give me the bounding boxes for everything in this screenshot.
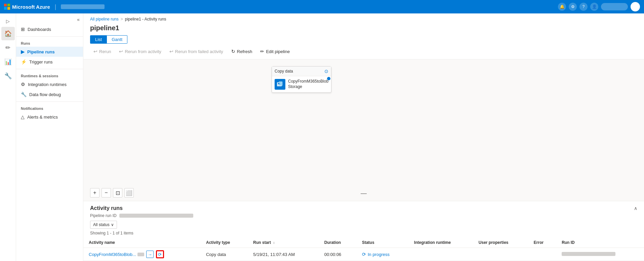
nav-section-runtimes: Runtimes & sessions	[16, 71, 83, 79]
page-title: pipeline1	[83, 23, 644, 35]
avatar[interactable]	[631, 2, 640, 11]
topbar-right: 🔔 ⚙ ? 👤	[558, 2, 640, 11]
integration-runtimes-icon: ⚙	[21, 82, 25, 87]
cell-user-properties	[473, 248, 528, 261]
col-duration: Duration	[319, 237, 357, 248]
zoom-out-icon: −	[105, 190, 108, 196]
expand-sidebar-btn[interactable]: ▷	[1, 16, 15, 26]
frame-btn[interactable]: ⬜	[124, 188, 134, 198]
activity-node-status-dot	[327, 77, 330, 80]
status-badge: ⟳ In progress	[362, 252, 403, 257]
main-content: All pipeline runs > pipeline1 - Activity…	[83, 13, 644, 261]
help-icon[interactable]: ?	[579, 3, 588, 11]
table-row: CopyFromM365toBlob... → ⟳ Copy data 5/19…	[83, 248, 644, 261]
activity-node-body: CopyFromM365toBlobStorage	[272, 76, 331, 92]
rerun-from-failed-label: Rerun from failed activity	[175, 49, 223, 54]
activity-name-text: CopyFromM365toBlob...	[89, 252, 136, 257]
svg-rect-5	[279, 82, 282, 86]
canvas-area: Copy data ⊙ CopyFromM365toBlobStorage	[83, 59, 644, 201]
sidebar-icon-home[interactable]: 🏠	[1, 27, 15, 40]
nav-section-runs: Runs	[16, 39, 83, 47]
rerun-from-failed-icon: ↩	[169, 49, 173, 54]
activity-node[interactable]: Copy data ⊙ CopyFromM365toBlobStorage	[272, 66, 331, 93]
user-icon[interactable]: 👤	[590, 3, 598, 11]
topbar-blurred	[61, 4, 105, 9]
sidebar-icon-edit[interactable]: ✏	[1, 41, 15, 54]
activity-runs-table: Activity name Activity type Run start ↕ …	[83, 237, 644, 261]
pipeline-run-id-row: Pipeline run ID	[83, 213, 644, 221]
activity-node-image	[275, 79, 285, 90]
gantt-view-btn[interactable]: Gantt	[107, 35, 127, 44]
svg-rect-1	[7, 4, 10, 6]
col-status: Status	[357, 237, 409, 248]
sidebar-icon-monitor[interactable]: 📊	[1, 55, 15, 69]
topbar: Microsoft Azure | 🔔 ⚙ ? 👤	[0, 0, 644, 13]
rerun-from-activity-btn[interactable]: ↩ Rerun from activity	[116, 47, 164, 56]
refresh-label: Refresh	[237, 49, 252, 54]
activity-runs-title: Activity runs	[90, 205, 123, 211]
run-id-blurred	[562, 252, 615, 256]
app-name: Microsoft Azure	[12, 4, 50, 10]
run-start-sort-icon: ↕	[273, 241, 275, 245]
frame-icon: ⬜	[126, 190, 132, 196]
rerun-from-activity-label: Rerun from activity	[125, 49, 161, 54]
topbar-separator: |	[55, 3, 56, 10]
sidebar-item-trigger-runs-label: Trigger runs	[29, 59, 53, 64]
activity-runs-collapse-btn[interactable]: ∧	[634, 206, 637, 211]
fit-to-screen-btn[interactable]: ⊡	[113, 188, 122, 198]
sidebar-item-integration-runtimes[interactable]: ⚙ Integration runtimes	[16, 79, 83, 89]
edit-pipeline-icon: ✏	[260, 49, 264, 54]
col-activity-type: Activity type	[201, 237, 248, 248]
sidebar-item-alerts-metrics[interactable]: △ Alerts & metrics	[16, 112, 83, 122]
toolbar: ↩ Rerun ↩ Rerun from activity ↩ Rerun fr…	[83, 47, 644, 59]
cell-duration: 00:00:06	[319, 248, 357, 261]
rerun-from-activity-icon: ↩	[119, 49, 123, 54]
breadcrumb-parent-link[interactable]: All pipeline runs	[90, 17, 119, 21]
status-filter-btn[interactable]: All status ∨	[90, 221, 117, 229]
rerun-btn[interactable]: ↩ Rerun	[90, 47, 114, 56]
trigger-runs-icon: ⚡	[21, 59, 27, 64]
list-view-btn[interactable]: List	[90, 35, 107, 44]
notifications-icon[interactable]: 🔔	[558, 3, 566, 11]
status-filter-chevron: ∨	[111, 222, 114, 227]
app-body: ▷ 🏠 ✏ 📊 🔧 « ⊞ Dashboards Runs ▶ Pipeline…	[0, 13, 644, 261]
refresh-icon: ↻	[231, 49, 235, 54]
collapse-nav-btn[interactable]: «	[77, 17, 80, 22]
nav-sidebar-header: «	[16, 15, 83, 24]
edit-pipeline-btn[interactable]: ✏ Edit pipeline	[257, 47, 293, 56]
svg-rect-2	[4, 7, 7, 10]
dashboards-icon: ⊞	[21, 27, 25, 32]
data-flow-debug-icon: 🔧	[21, 92, 27, 97]
sidebar-item-data-flow-debug-label: Data flow debug	[29, 92, 61, 97]
sidebar-item-trigger-runs[interactable]: ⚡ Trigger runs	[16, 57, 83, 67]
activity-highlighted-btn[interactable]: ⟳	[156, 251, 164, 258]
view-toggle: List Gantt	[83, 35, 644, 47]
zoom-in-btn[interactable]: +	[90, 188, 99, 198]
nav-divider-1	[16, 36, 83, 37]
activity-node-label: CopyFromM365toBlobStorage	[288, 79, 328, 89]
cell-integration-runtime	[409, 248, 473, 261]
sidebar-item-integration-runtimes-label: Integration runtimes	[28, 82, 67, 87]
svg-rect-0	[4, 4, 7, 6]
status-filter-label: All status	[93, 222, 110, 227]
zoom-out-btn[interactable]: −	[102, 188, 111, 198]
activity-link-icon-btn[interactable]: →	[146, 251, 154, 258]
sidebar-icon-manage[interactable]: 🔧	[1, 69, 15, 83]
sidebar-item-dashboards[interactable]: ⊞ Dashboards	[16, 24, 83, 34]
cell-error	[528, 248, 556, 261]
activity-name-cell: CopyFromM365toBlob... → ⟳	[89, 251, 195, 258]
col-integration-runtime: Integration runtime	[409, 237, 473, 248]
activity-node-header: Copy data ⊙	[272, 67, 331, 76]
col-run-id: Run ID	[556, 237, 644, 248]
sidebar-item-dashboards-label: Dashboards	[28, 27, 51, 32]
sidebar-item-data-flow-debug[interactable]: 🔧 Data flow debug	[16, 89, 83, 99]
refresh-btn[interactable]: ↻ Refresh	[228, 47, 256, 56]
breadcrumb-current: pipeline1 - Activity runs	[125, 17, 166, 21]
sidebar-item-pipeline-runs[interactable]: ▶ Pipeline runs	[16, 47, 83, 57]
sidebar-item-pipeline-runs-label: Pipeline runs	[27, 49, 55, 54]
svg-rect-3	[7, 7, 10, 10]
sidebar-item-alerts-metrics-label: Alerts & metrics	[27, 115, 58, 120]
activity-runs-section: Activity runs ∧ Pipeline run ID All stat…	[83, 201, 644, 261]
settings-icon[interactable]: ⚙	[569, 3, 577, 11]
rerun-from-failed-btn[interactable]: ↩ Rerun from failed activity	[166, 47, 227, 56]
